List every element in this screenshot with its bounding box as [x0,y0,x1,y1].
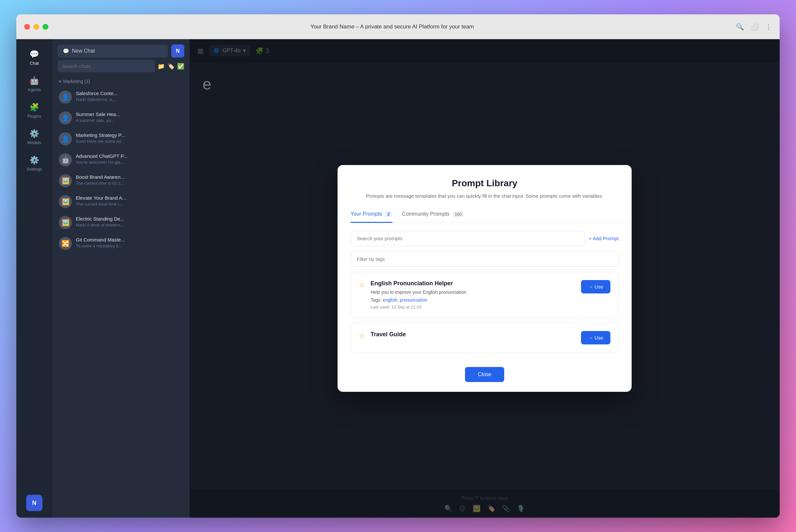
prompt-tags: Tags: english, pronunciation [371,297,466,303]
prompt-search-input[interactable] [350,231,585,246]
prompt-card: ☆ Travel Guide → Use [350,323,619,353]
agents-icon: 🤖 [30,76,39,85]
chevron-down-icon: ▾ [59,79,61,84]
use-prompt-1-button[interactable]: → Use [581,331,610,344]
sidebar-item-agents[interactable]: 🤖 Agents [16,72,52,96]
list-item[interactable]: 🖼️ Boost Brand Awaren... The current tim… [52,170,190,191]
minimize-button[interactable] [33,24,39,30]
list-item[interactable]: 🖼️ Elevate Your Brand A... The current l… [52,191,190,212]
list-item[interactable]: 👤 Salesforce Conte... Hark! Salesforce, … [52,87,190,108]
chat-info: Electric Standing De... Hark! A desk of … [76,216,183,227]
avatar: 🖼️ [59,195,72,208]
sidebar-item-settings[interactable]: ⚙️ Settings [16,152,52,175]
tab-your-prompts[interactable]: Your Prompts 2 [350,207,393,223]
filter-tags-input[interactable] [350,251,619,267]
chat-info: Summer Sale Hea... A summer sale, yo... [76,111,183,123]
chat-info: Git Command Maste... To clone a reposito… [76,237,183,248]
chat-info: Salesforce Conte... Hark! Salesforce, a.… [76,91,183,102]
share-icon[interactable]: ⬜ [751,23,759,31]
chat-info: Elevate Your Brand A... The current loca… [76,195,183,207]
list-item[interactable]: 🖼️ Electric Standing De... Hark! A desk … [52,212,190,233]
chat-info: Marketing Strategy P... Sure! Here are s… [76,132,183,144]
star-icon[interactable]: ☆ [359,281,365,289]
add-prompt-button[interactable]: + Add Prompt [589,235,619,241]
browser-window: Your Brand Name – A private and secure A… [16,14,780,518]
prompt-card-left: ☆ Travel Guide [359,331,574,341]
prompt-card-left: ☆ English Pronunciation Helper Help you … [359,280,574,309]
avatar: 👤 [59,132,72,146]
prompt-last-used: Last used: 13 Sep at 12:23 [371,305,466,309]
close-button[interactable] [24,24,30,30]
modal-title: Prompt Library [350,178,619,189]
avatar: 👤 [59,91,72,103]
icon-sidebar: 💬 Chat 🤖 Agents 🧩 Plugins ⚙️ Models ⚙️ S… [16,39,52,518]
chat-sidebar-header: 💬 New Chat N [52,39,190,60]
user-avatar[interactable]: N [26,495,42,511]
folder-icon[interactable]: 📁 [157,63,165,70]
browser-title: Your Brand Name – A private and secure A… [54,23,731,30]
search-input[interactable] [57,60,155,72]
n-avatar[interactable]: N [171,44,184,58]
modal-search-row: + Add Prompt [350,231,619,246]
maximize-button[interactable] [42,24,49,30]
app-content: 💬 Chat 🤖 Agents 🧩 Plugins ⚙️ Models ⚙️ S… [16,39,780,518]
modal-overlay: Prompt Library Prompts are message templ… [190,39,780,518]
chat-group-label: ▾ Marketing (2) [52,76,190,87]
chat-info: Advanced ChatGPT P... You're welcome! I'… [76,153,183,165]
tag-pronunciation[interactable]: pronunciation [400,297,428,303]
modal-body: + Add Prompt ☆ English Pronunciation Hel… [338,223,632,360]
chat-icon: 💬 [30,50,39,59]
star-icon[interactable]: ☆ [359,332,365,340]
prompt-library-modal: Prompt Library Prompts are message templ… [338,165,632,392]
main-content: ▦ 🔵 GPT-4o ▾ 🧩 3 e Press "/" to focus in… [190,39,780,518]
tag-english[interactable]: english [383,297,397,303]
search-icon[interactable]: 🔍 [736,23,744,31]
community-prompts-badge: 160 [452,211,465,217]
modal-tabs: Your Prompts 2 Community Prompts 160 [338,207,632,223]
prompt-info: Travel Guide [371,331,406,341]
new-chat-button[interactable]: 💬 New Chat [57,45,168,58]
close-modal-button[interactable]: Close [465,367,505,382]
list-item[interactable]: 🤖 Advanced ChatGPT P... You're welcome! … [52,149,190,170]
list-item[interactable]: 👤 Summer Sale Hea... A summer sale, yo..… [52,108,190,129]
modal-subtitle: Prompts are message templates that you c… [350,192,619,200]
search-bar: 📁 🏷️ ✅ [57,60,184,72]
plugins-icon: 🧩 [30,102,39,112]
modal-header: Prompt Library Prompts are message templ… [338,165,632,207]
tag-icon[interactable]: 🏷️ [167,63,174,70]
avatar: 🔀 [59,237,72,250]
prompt-name: Travel Guide [371,331,406,338]
use-prompt-0-button[interactable]: → Use [581,280,610,293]
tab-community-prompts[interactable]: Community Prompts 160 [402,207,465,223]
prompt-card: ☆ English Pronunciation Helper Help you … [350,272,619,318]
settings-icon: ⚙️ [30,155,39,165]
your-prompts-badge: 2 [385,211,392,217]
chat-info: Boost Brand Awaren... The current time i… [76,174,183,186]
sidebar-item-chat[interactable]: 💬 Chat [16,46,52,70]
sidebar-item-models[interactable]: ⚙️ Models [16,125,52,149]
browser-icons: 🔍 ⬜ ⋮ [736,23,772,31]
sidebar-item-plugins[interactable]: 🧩 Plugins [16,99,52,122]
prompt-desc: Help you to improve your English pronunc… [371,289,466,295]
menu-icon[interactable]: ⋮ [765,23,772,31]
models-icon: ⚙️ [30,129,39,138]
modal-footer: Close [338,360,632,392]
avatar: 🖼️ [59,216,72,229]
avatar: 🖼️ [59,174,72,187]
list-item[interactable]: 🔀 Git Command Maste... To clone a reposi… [52,233,190,254]
prompt-info: English Pronunciation Helper Help you to… [371,280,466,309]
avatar: 🤖 [59,153,72,166]
prompt-name: English Pronunciation Helper [371,280,466,287]
new-chat-icon: 💬 [63,48,69,54]
chat-sidebar: 💬 New Chat N 📁 🏷️ ✅ ▾ Marketing (2) 👤 [52,39,190,518]
traffic-lights [24,24,49,30]
list-item[interactable]: 👤 Marketing Strategy P... Sure! Here are… [52,129,190,149]
check-icon[interactable]: ✅ [177,63,184,70]
browser-titlebar: Your Brand Name – A private and secure A… [16,14,780,39]
search-bar-icons: 📁 🏷️ ✅ [157,63,184,70]
avatar: 👤 [59,111,72,125]
